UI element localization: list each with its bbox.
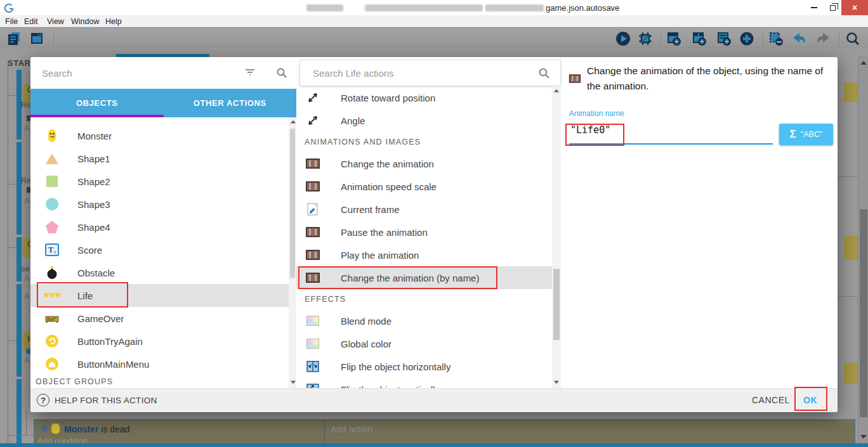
flip-h-icon — [305, 359, 320, 374]
tree-connector — [26, 411, 27, 436]
ok-button[interactable]: OK — [803, 395, 817, 405]
action-editor-dialog: OBJECTS OTHER ACTIONS MonsterShape1Shape… — [30, 57, 838, 412]
object-item-buttonmainmenu[interactable]: ButtonMainMenu — [30, 353, 289, 375]
undo-icon[interactable] — [790, 30, 808, 47]
restore-button[interactable] — [824, 0, 841, 15]
action-item-pause-the-animation[interactable]: Pause the animation — [296, 221, 552, 243]
minimize-button[interactable] — [805, 0, 824, 15]
dialog-footer: ? HELP FOR THIS ACTION CANCEL OK — [30, 388, 838, 412]
list-item-label: Global color — [341, 339, 391, 349]
scrollbar-thumb[interactable] — [290, 129, 295, 278]
scrollbar-thumb[interactable] — [553, 269, 560, 340]
bomb-icon — [44, 265, 60, 280]
scroll-down-icon[interactable] — [291, 381, 296, 384]
list-item-label: Shape1 — [77, 153, 110, 164]
object-item-buttontryagain[interactable]: ButtonTryAgain — [30, 330, 289, 353]
action-list-scrollbar[interactable] — [552, 86, 561, 388]
toolbar-separator — [839, 32, 839, 46]
action-item-flip-the-object-vertically[interactable]: Flip the object vertically — [296, 378, 552, 388]
toolbar-separator — [53, 32, 54, 46]
event-text-fragment: se — [21, 264, 30, 273]
menu-view[interactable]: View — [47, 17, 64, 26]
menu-window[interactable]: Window — [71, 17, 99, 26]
scrollbar-thumb[interactable] — [860, 209, 867, 417]
menu-edit[interactable]: Edit — [24, 17, 38, 26]
help-link[interactable]: ? HELP FOR THIS ACTION — [37, 394, 157, 406]
add-event-icon[interactable] — [665, 30, 683, 47]
action-item-current-frame[interactable]: Current frame — [296, 198, 552, 221]
add-action-link[interactable]: Add action — [331, 424, 372, 434]
object-list-scrollbar[interactable] — [289, 117, 296, 388]
event-color-bar — [16, 284, 22, 377]
param-label: Animation name — [569, 109, 624, 118]
action-item-flip-the-object-horizontally[interactable]: Flip the object horizontally — [296, 355, 552, 378]
event-text-fragment: A — [24, 355, 30, 365]
object-item-shape1[interactable]: Shape1 — [30, 147, 289, 170]
object-item-monster[interactable]: Monster — [30, 124, 289, 147]
app-window: game.json.autosave × File Edit View Wind… — [0, 0, 868, 447]
object-item-gameover[interactable]: GameOver — [30, 307, 289, 330]
object-item-shape4[interactable]: Shape4 — [30, 216, 289, 238]
svg-text:T: T — [48, 245, 53, 254]
scroll-up-icon[interactable] — [860, 61, 867, 65]
add-subevent-icon[interactable] — [690, 30, 708, 47]
add-circle-icon[interactable] — [738, 30, 756, 47]
project-manager-icon[interactable] — [5, 30, 23, 47]
action-item-global-color[interactable]: Global color — [296, 332, 552, 355]
action-item-change-the-animation[interactable]: Change the animation — [296, 152, 552, 175]
action-search-input[interactable] — [300, 60, 560, 86]
event-color-bar — [16, 142, 22, 235]
event-separator — [838, 176, 858, 177]
list-item-label: Play the animation — [341, 250, 419, 261]
delete-selection-icon[interactable] — [767, 30, 785, 47]
action-item-change-the-animation-by-name-[interactable]: Change the animation (by name) — [296, 266, 552, 289]
redo-icon[interactable] — [815, 30, 832, 47]
close-button[interactable]: × — [841, 0, 868, 15]
object-search — [30, 57, 296, 89]
cancel-button[interactable]: CANCEL — [752, 395, 790, 405]
play-preview-icon[interactable] — [614, 30, 632, 47]
condition-object-name: Monster — [64, 424, 98, 434]
event-color-bar — [16, 237, 22, 282]
scroll-up-icon[interactable] — [554, 89, 559, 93]
add-comment-icon[interactable] — [715, 30, 733, 47]
action-item-rotate-toward-position[interactable]: Rotate toward position — [296, 86, 552, 109]
titlebar: game.json.autosave × — [0, 0, 868, 15]
home-icon — [44, 356, 60, 372]
events-scrollbar[interactable] — [858, 56, 868, 447]
scroll-up-icon[interactable] — [291, 120, 296, 124]
object-item-obstacle[interactable]: Obstacle — [30, 261, 289, 284]
action-list: Rotate toward positionAngleANIMATIONS AN… — [296, 86, 552, 388]
toolbar-separator — [763, 32, 763, 46]
event-monster-is-dead[interactable]: Monster is dead Add condition Add action — [34, 419, 855, 444]
tab-objects[interactable]: OBJECTS — [30, 89, 164, 117]
scroll-down-icon[interactable] — [554, 381, 559, 384]
object-item-life[interactable]: ♥♥♥Life — [30, 284, 289, 307]
object-item-shape3[interactable]: Shape3 — [30, 193, 289, 216]
object-item-score[interactable]: TxScore — [30, 238, 289, 261]
animation-name-field[interactable]: "Life0" — [570, 124, 610, 136]
frame-icon — [305, 202, 320, 217]
help-icon: ? — [37, 394, 49, 406]
menu-help[interactable]: Help — [105, 17, 122, 26]
action-item-animation-speed-scale[interactable]: Animation speed scale — [296, 175, 552, 198]
film-strip-icon — [568, 72, 582, 85]
title-redaction — [306, 4, 343, 11]
object-item-shape2[interactable]: Shape2 — [30, 170, 289, 193]
action-item-blend-mode[interactable]: Blend mode — [296, 309, 552, 332]
menu-file[interactable]: File — [5, 17, 18, 26]
search-events-icon[interactable] — [844, 30, 862, 47]
expression-builder-button[interactable]: Σ "ABC" — [779, 124, 833, 145]
list-item-label: Animation speed scale — [341, 181, 437, 192]
action-item-angle[interactable]: Angle — [296, 109, 552, 132]
tab-other-actions[interactable]: OTHER ACTIONS — [164, 89, 297, 117]
debug-icon[interactable] — [636, 30, 654, 47]
filter-icon[interactable] — [244, 68, 256, 77]
search-icon — [538, 67, 550, 79]
list-item-label: Flip the object horizontally — [341, 361, 450, 372]
condition-text: Monster is dead — [64, 424, 130, 434]
scene-window-icon[interactable] — [28, 30, 46, 47]
scroll-down-icon[interactable] — [860, 435, 867, 439]
object-search-input[interactable] — [30, 57, 296, 89]
action-item-play-the-animation[interactable]: Play the animation — [296, 243, 552, 266]
